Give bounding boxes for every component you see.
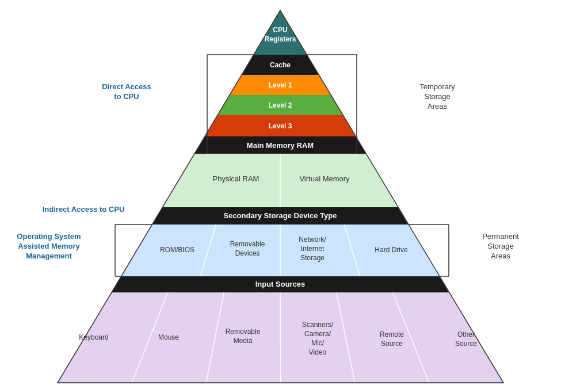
cpu-registers-label2: Registers — [265, 35, 296, 43]
main-memory-label: Main Memory RAM — [247, 141, 314, 150]
temp-storage-label3: Areas — [428, 102, 447, 111]
other-source-label1: Other — [457, 330, 475, 338]
network-storage-label2: Internet — [301, 245, 325, 253]
os-label1: Operating System — [17, 232, 81, 241]
direct-access-label2: to CPU — [114, 92, 139, 101]
virtual-memory-label: Virtual Memory — [299, 174, 350, 183]
cache-label: Cache — [270, 61, 291, 69]
temp-storage-label2: Storage — [424, 92, 451, 101]
removable-media-label2: Media — [234, 337, 253, 345]
scanners-label1: Scanners/ — [302, 321, 334, 329]
secondary-storage-label: Secondary Storage Device Type — [223, 211, 337, 220]
remote-source-label1: Remote — [380, 330, 404, 338]
os-label2: Assisted Memory — [18, 242, 80, 250]
removable-devices-label2: Devices — [235, 249, 260, 257]
perm-storage-label2: Storage — [487, 242, 514, 250]
temp-storage-label1: Temporary — [419, 82, 455, 91]
inp-divider-3 — [280, 292, 281, 383]
physical-ram-label: Physical RAM — [213, 174, 259, 183]
perm-storage-label3: Areas — [491, 252, 510, 260]
indirect-access-label: Indirect Access to CPU — [43, 205, 125, 214]
os-label3: Management — [26, 252, 72, 260]
perm-storage-label1: Permanent — [482, 232, 519, 241]
scanners-label2: Camera/ — [304, 330, 331, 338]
level1-label: Level 1 — [269, 81, 292, 89]
hard-drive-label: Hard Drive — [375, 246, 408, 254]
diagram-container: CPU Registers Cache Level 1 Level 2 Leve… — [0, 0, 561, 392]
remote-source-label2: Source — [381, 340, 403, 348]
direct-access-label1: Direct Access — [102, 82, 151, 91]
scanners-label4: Video — [309, 348, 327, 356]
level2-label: Level 2 — [269, 101, 292, 109]
removable-devices-label1: Removable — [230, 240, 265, 248]
removable-media-label1: Removable — [226, 328, 261, 336]
input-sources-label: Input Sources — [255, 280, 306, 288]
cpu-registers-label: CPU — [273, 26, 287, 34]
network-storage-label3: Storage — [300, 254, 325, 262]
level3-label: Level 3 — [269, 122, 292, 130]
rom-bios-label: ROM/BIOS — [160, 246, 194, 254]
network-storage-label1: Network/ — [299, 235, 326, 243]
scanners-label3: Mic/ — [311, 339, 325, 347]
mouse-label: Mouse — [158, 333, 179, 341]
other-source-label2: Source — [455, 340, 477, 348]
